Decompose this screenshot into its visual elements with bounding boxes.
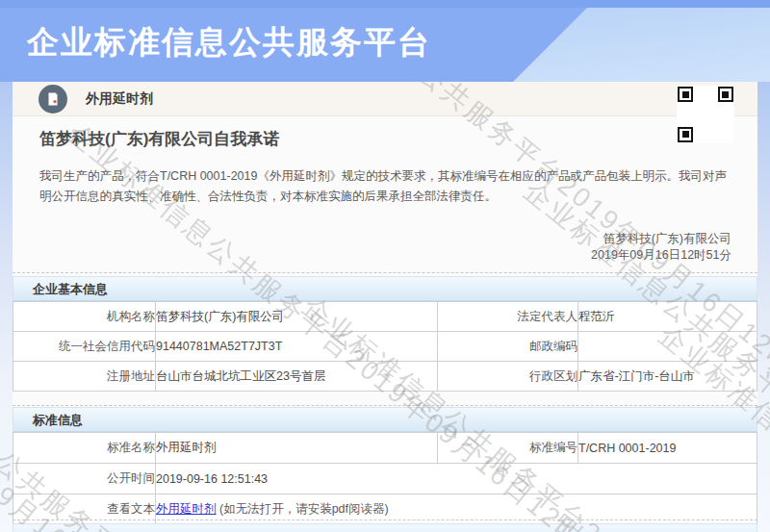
divider — [13, 405, 757, 406]
commitment-title: 笛梦科技(广东)有限公司自我承诺 — [39, 128, 279, 150]
signature-datetime: 2019年09月16日12时51分 — [591, 247, 732, 264]
content-card: 外用延时剂 笛梦科技(广东)有限公司自我承诺 我司生产的产品，符合T/CRH 0… — [13, 82, 757, 532]
field-value: 91440781MA52T7JT3T — [156, 332, 438, 362]
company-info-table: 机构名称 笛梦科技(广东)有限公司 法定代表人 程范沂 统一社会信用代码 914… — [13, 301, 757, 392]
field-label: 标准编号 — [438, 433, 578, 464]
field-value: 台山市台城北坑工业区23号首层 — [156, 362, 438, 392]
qr-code — [677, 85, 734, 144]
standard-info-section: 标准信息 标准名称 外用延时剂 标准编号 T/CRH 0001-2019 公开时… — [13, 407, 757, 525]
page-title: 企业标准信息公共服务平台 — [27, 21, 431, 64]
top-strip — [0, 0, 770, 8]
field-label: 行政区划 — [438, 362, 578, 392]
field-label: 注册地址 — [13, 362, 156, 392]
table-row: 标准名称 外用延时剂 标准编号 T/CRH 0001-2019 — [13, 433, 757, 464]
standard-pdf-link[interactable]: 外用延时剂 — [156, 502, 217, 516]
field-label: 法定代表人 — [438, 302, 578, 332]
next-section-bar — [13, 523, 757, 532]
company-info-section: 企业基本信息 机构名称 笛梦科技(广东)有限公司 法定代表人 程范沂 统一社会信… — [13, 276, 757, 392]
commitment-body: 我司生产的产品，符合T/CRH 0001-2019《外用延时剂》规定的技术要求，… — [39, 166, 732, 207]
table-row: 注册地址 台山市台城北坑工业区23号首层 行政区划 广东省-江门市-台山市 — [13, 362, 757, 392]
next-section-title — [13, 523, 757, 532]
product-title: 外用延时剂 — [86, 90, 153, 108]
field-label: 统一社会信用代码 — [13, 332, 156, 362]
field-value — [578, 332, 757, 362]
field-value: 笛梦科技(广东)有限公司 — [156, 302, 438, 332]
divider — [13, 519, 757, 520]
field-value: 2019-09-16 12:51:43 — [156, 464, 757, 494]
product-title-bar: 外用延时剂 — [13, 82, 757, 116]
field-label: 标准名称 — [13, 433, 156, 464]
field-label: 机构名称 — [13, 302, 156, 332]
table-row: 统一社会信用代码 91440781MA52T7JT3T 邮政编码 — [13, 332, 757, 362]
pdf-hint-text: (如无法打开，请安装pdf阅读器) — [217, 502, 389, 516]
standard-info-table: 标准名称 外用延时剂 标准编号 T/CRH 0001-2019 公开时间 201… — [13, 432, 757, 525]
standard-info-section-title: 标准信息 — [13, 407, 757, 432]
field-value: 外用延时剂 — [156, 433, 438, 464]
field-value: 广东省-江门市-台山市 — [578, 362, 757, 392]
field-value: 程范沂 — [578, 302, 757, 332]
divider — [13, 272, 757, 273]
commitment-signature: 笛梦科技(广东)有限公司 2019年09月16日12时51分 — [591, 231, 732, 264]
field-label: 公开时间 — [13, 464, 156, 494]
document-icon — [38, 85, 67, 114]
field-label: 邮政编码 — [438, 332, 578, 362]
field-value: T/CRH 0001-2019 — [578, 433, 757, 464]
signature-company: 笛梦科技(广东)有限公司 — [591, 231, 732, 247]
company-info-section-title: 企业基本信息 — [13, 276, 757, 301]
table-row: 公开时间 2019-09-16 12:51:43 — [13, 464, 757, 494]
table-row: 机构名称 笛梦科技(广东)有限公司 法定代表人 程范沂 — [13, 302, 757, 332]
